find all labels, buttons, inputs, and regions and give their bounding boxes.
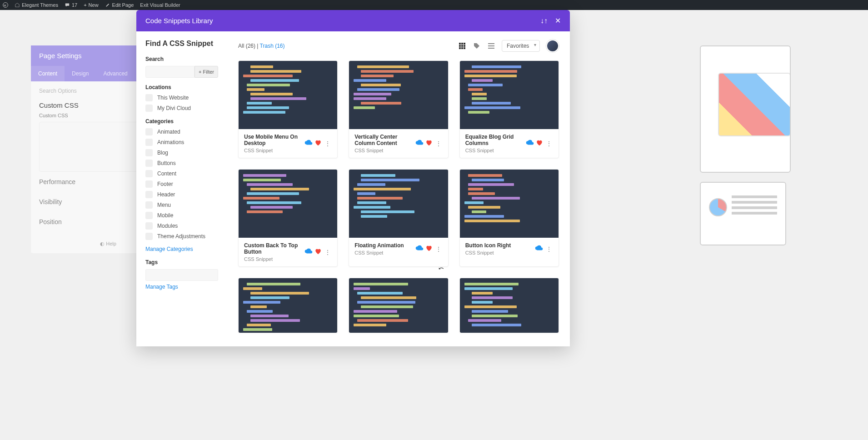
- sort-icon[interactable]: ↓↑: [540, 17, 548, 25]
- tab-content[interactable]: Content: [31, 66, 65, 81]
- snippet-card[interactable]: Floating AnimationCSS Snippet⋮: [349, 169, 448, 267]
- cloud-icon[interactable]: [535, 245, 543, 253]
- wp-new-label: New: [89, 2, 99, 8]
- snippet-title: Button Icon Right: [465, 242, 511, 249]
- tags-input[interactable]: [145, 269, 218, 281]
- category-menu[interactable]: Menu: [145, 201, 218, 209]
- code-preview: [239, 61, 337, 129]
- list-view-icon[interactable]: [487, 42, 495, 50]
- svg-rect-2: [461, 43, 463, 45]
- snippet-card[interactable]: Vertically Center Column ContentCSS Snip…: [349, 60, 448, 158]
- more-icon[interactable]: ⋮: [324, 140, 332, 147]
- more-icon[interactable]: ⋮: [324, 249, 332, 256]
- manage-tags-link[interactable]: Manage Tags: [145, 284, 178, 290]
- more-icon[interactable]: ⋮: [545, 245, 553, 253]
- category-buttons[interactable]: Buttons: [145, 160, 218, 167]
- snippet-type: CSS Snippet: [465, 250, 511, 255]
- snippet-card[interactable]: [459, 278, 559, 333]
- wp-exit-builder[interactable]: Exit Visual Builder: [140, 2, 180, 8]
- checkbox-icon: [145, 233, 153, 240]
- snippet-counts: All (26) | Trash (16): [238, 43, 285, 49]
- more-icon[interactable]: ⋮: [434, 245, 443, 253]
- snippet-card[interactable]: [238, 278, 338, 333]
- wp-new[interactable]: +New: [84, 2, 98, 8]
- snippet-card[interactable]: Equalize Blog Grid ColumnsCSS Snippet⋮: [459, 60, 559, 158]
- count-trash-link[interactable]: Trash (16): [260, 43, 285, 49]
- cloud-icon[interactable]: [304, 248, 313, 256]
- snippet-card[interactable]: [349, 278, 448, 333]
- cloud-icon[interactable]: [415, 245, 424, 253]
- category-mobile[interactable]: Mobile: [145, 212, 218, 219]
- category-modules[interactable]: Modules: [145, 222, 218, 230]
- snippet-title: Equalize Blog Grid Columns: [465, 134, 526, 146]
- snippet-title: Floating Animation: [354, 242, 404, 249]
- modal-title: Code Snippets Library: [145, 17, 213, 25]
- heart-icon[interactable]: [536, 140, 543, 148]
- svg-rect-7: [459, 47, 461, 49]
- checkbox-icon: [145, 180, 153, 188]
- heart-icon[interactable]: [314, 248, 322, 256]
- count-all[interactable]: All (26): [238, 43, 255, 49]
- svg-rect-10: [488, 43, 494, 44]
- snippet-card[interactable]: Use Mobile Menu On DesktopCSS Snippet⋮: [238, 60, 338, 158]
- code-preview: [239, 278, 337, 333]
- snippets-modal: Code Snippets Library ↓↑ ✕ Find A CSS Sn…: [136, 10, 570, 346]
- location-1[interactable]: My Divi Cloud: [145, 105, 218, 112]
- wp-comments[interactable]: 17: [65, 2, 77, 8]
- svg-rect-11: [488, 45, 494, 46]
- code-preview: [349, 170, 448, 238]
- checkbox-icon: [145, 160, 153, 167]
- category-header[interactable]: Header: [145, 191, 218, 198]
- cloud-icon[interactable]: [526, 140, 534, 148]
- checkbox-icon: [145, 170, 153, 177]
- category-theme-adjustments[interactable]: Theme Adjustments: [145, 233, 218, 240]
- wp-site-name: Elegant Themes: [22, 2, 58, 8]
- category-blog[interactable]: Blog: [145, 149, 218, 156]
- category-footer[interactable]: Footer: [145, 180, 218, 188]
- more-icon[interactable]: ⋮: [545, 140, 553, 147]
- snippet-type: CSS Snippet: [244, 256, 304, 262]
- manage-categories-link[interactable]: Manage Categories: [145, 246, 193, 252]
- location-0[interactable]: This Website: [145, 94, 218, 101]
- cloud-icon[interactable]: [415, 140, 424, 148]
- search-input[interactable]: [145, 66, 195, 78]
- wp-edit-page[interactable]: Edit Page: [105, 2, 134, 8]
- more-icon[interactable]: ⋮: [434, 140, 443, 147]
- tags-label: Tags: [145, 259, 218, 265]
- heart-icon[interactable]: [314, 140, 322, 148]
- category-content[interactable]: Content: [145, 170, 218, 177]
- background-wireframes: [700, 45, 863, 318]
- svg-rect-12: [488, 48, 494, 49]
- snippet-title: Custom Back To Top Button: [244, 242, 304, 255]
- heart-icon[interactable]: [425, 140, 433, 148]
- snippet-type: CSS Snippet: [244, 148, 304, 153]
- sort-select[interactable]: Favorites: [502, 40, 540, 52]
- tab-advanced[interactable]: Advanced: [96, 66, 135, 81]
- snippet-card[interactable]: Custom Back To Top ButtonCSS Snippet⋮: [238, 169, 338, 267]
- svg-rect-5: [461, 45, 463, 47]
- code-preview: [460, 278, 559, 333]
- code-preview: [460, 170, 559, 238]
- tab-design[interactable]: Design: [65, 66, 96, 81]
- category-animations[interactable]: Animations: [145, 139, 218, 146]
- heart-icon[interactable]: [425, 245, 433, 253]
- user-avatar[interactable]: [546, 40, 559, 52]
- snippet-type: CSS Snippet: [354, 250, 404, 255]
- wp-site-link[interactable]: Elegant Themes: [15, 2, 58, 8]
- code-preview: [349, 278, 448, 333]
- checkbox-icon: [145, 212, 153, 219]
- cloud-icon[interactable]: [304, 140, 313, 148]
- svg-rect-3: [464, 43, 465, 45]
- code-preview: [460, 61, 559, 129]
- tag-view-icon[interactable]: [473, 42, 481, 50]
- checkbox-icon: [145, 201, 153, 209]
- grid-view-icon[interactable]: [458, 42, 466, 50]
- wp-logo[interactable]: [3, 2, 8, 8]
- filter-button[interactable]: + Filter: [195, 66, 218, 78]
- category-animated[interactable]: Animated: [145, 128, 218, 135]
- find-heading: Find A CSS Snippet: [145, 40, 218, 48]
- snippet-card[interactable]: Button Icon RightCSS Snippet⋮: [459, 169, 559, 267]
- close-icon[interactable]: ✕: [555, 16, 561, 25]
- locations-label: Locations: [145, 84, 218, 90]
- categories-label: Categories: [145, 118, 218, 125]
